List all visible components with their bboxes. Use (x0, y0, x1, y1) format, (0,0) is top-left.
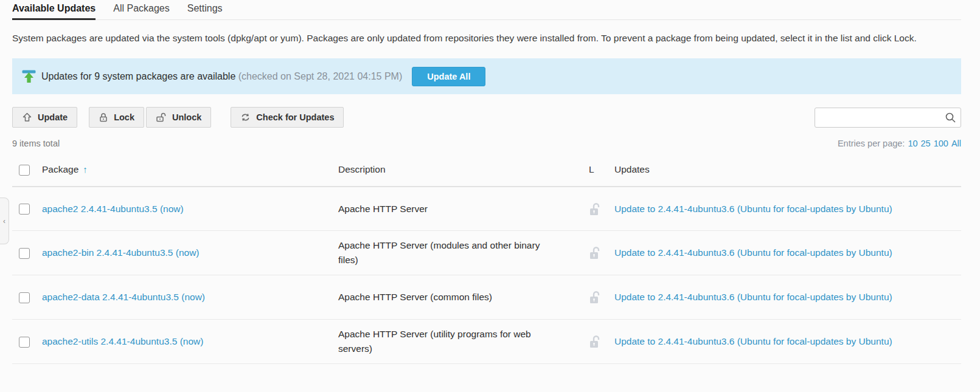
intro-text: System packages are updated via the syst… (12, 32, 961, 45)
items-total: 9 items total (12, 139, 60, 148)
package-description: Apache HTTP Server (338, 202, 428, 216)
package-link[interactable]: apache2-utils 2.4.41-4ubuntu3.5 (now) (42, 336, 203, 346)
tab-all-packages[interactable]: All Packages (113, 3, 170, 20)
sidebar-collapse-handle[interactable]: ‹ (0, 198, 9, 244)
row-checkbox[interactable] (19, 292, 30, 303)
package-description: Apache HTTP Server (common files) (338, 290, 492, 304)
table-row: apache2-utils 2.4.41-4ubuntu3.5 (now) Ap… (12, 320, 961, 364)
entries-option-25[interactable]: 25 (921, 139, 931, 148)
column-header-description[interactable]: Description (338, 152, 589, 187)
column-header-lock[interactable]: L (589, 152, 614, 187)
update-link[interactable]: Update to 2.4.41-4ubuntu3.6 (Ubuntu for … (614, 202, 892, 216)
lock-button[interactable]: Lock (89, 107, 144, 128)
software-package-updates-page: Available Updates All Packages Settings … (0, 0, 980, 364)
table-row: apache2-bin 2.4.41-4ubuntu3.5 (now) Apac… (12, 231, 961, 275)
unlocked-icon (589, 291, 614, 304)
table-row: apache2 2.4.41-4ubuntu3.5 (now) Apache H… (12, 187, 961, 231)
packages-table: Package↑ Description L Updates apache2 2… (12, 152, 961, 364)
last-checked-timestamp: (checked on Sept 28, 2021 04:15 PM) (238, 71, 403, 81)
update-button-label: Update (38, 112, 68, 122)
entries-option-all[interactable]: All (951, 139, 961, 148)
package-link[interactable]: apache2-bin 2.4.41-4ubuntu3.5 (now) (42, 247, 200, 258)
updates-available-banner: Updates for 9 system packages are availa… (12, 58, 961, 94)
toolbar: Update Lock Unlock (12, 107, 961, 128)
unlock-button[interactable]: Unlock (146, 107, 211, 128)
update-link[interactable]: Update to 2.4.41-4ubuntu3.6 (Ubuntu for … (614, 290, 892, 304)
unlocked-icon (589, 246, 614, 260)
unlock-icon (156, 112, 167, 122)
update-all-button[interactable]: Update All (412, 67, 485, 86)
package-description: Apache HTTP Server (utility programs for… (338, 327, 560, 356)
entries-option-10[interactable]: 10 (908, 139, 917, 148)
row-checkbox[interactable] (19, 337, 30, 348)
table-header-row: Package↑ Description L Updates (12, 152, 961, 187)
update-button[interactable]: Update (12, 107, 77, 128)
unlock-button-label: Unlock (172, 112, 201, 122)
column-header-package[interactable]: Package↑ (42, 152, 338, 187)
search-input[interactable] (815, 108, 961, 128)
select-all-checkbox[interactable] (19, 165, 30, 176)
updates-available-message: Updates for 9 system packages are availa… (41, 71, 402, 82)
sort-ascending-icon: ↑ (83, 164, 88, 174)
row-checkbox[interactable] (19, 204, 30, 215)
column-header-updates[interactable]: Updates (614, 152, 961, 187)
lock-button-label: Lock (114, 112, 134, 122)
unlocked-icon (589, 335, 614, 348)
search-icon[interactable] (945, 112, 956, 123)
check-for-updates-button-label: Check for Updates (256, 112, 334, 122)
update-link[interactable]: Update to 2.4.41-4ubuntu3.6 (Ubuntu for … (614, 334, 892, 349)
package-description: Apache HTTP Server (modules and other bi… (338, 238, 560, 267)
arrow-up-icon (22, 112, 32, 122)
package-link[interactable]: apache2 2.4.41-4ubuntu3.5 (now) (42, 204, 184, 214)
search-box (815, 108, 961, 128)
tab-settings[interactable]: Settings (187, 3, 223, 20)
row-checkbox[interactable] (19, 248, 30, 259)
entries-per-page-label: Entries per page: (838, 139, 905, 148)
tab-bar: Available Updates All Packages Settings (12, 0, 961, 20)
update-link[interactable]: Update to 2.4.41-4ubuntu3.6 (Ubuntu for … (614, 246, 892, 260)
chevron-left-icon: ‹ (3, 217, 5, 225)
lock-icon (99, 112, 108, 122)
entries-per-page: Entries per page:1025100All (838, 139, 961, 148)
tab-available-updates[interactable]: Available Updates (12, 3, 96, 20)
unlocked-icon (589, 202, 614, 216)
refresh-icon (240, 112, 251, 122)
table-row: apache2-data 2.4.41-4ubuntu3.5 (now) Apa… (12, 275, 961, 320)
package-update-icon (22, 70, 36, 83)
package-link[interactable]: apache2-data 2.4.41-4ubuntu3.5 (now) (42, 292, 205, 302)
list-meta-row: 9 items total Entries per page:1025100Al… (12, 139, 961, 148)
check-for-updates-button[interactable]: Check for Updates (231, 107, 344, 128)
entries-option-100[interactable]: 100 (934, 139, 948, 148)
